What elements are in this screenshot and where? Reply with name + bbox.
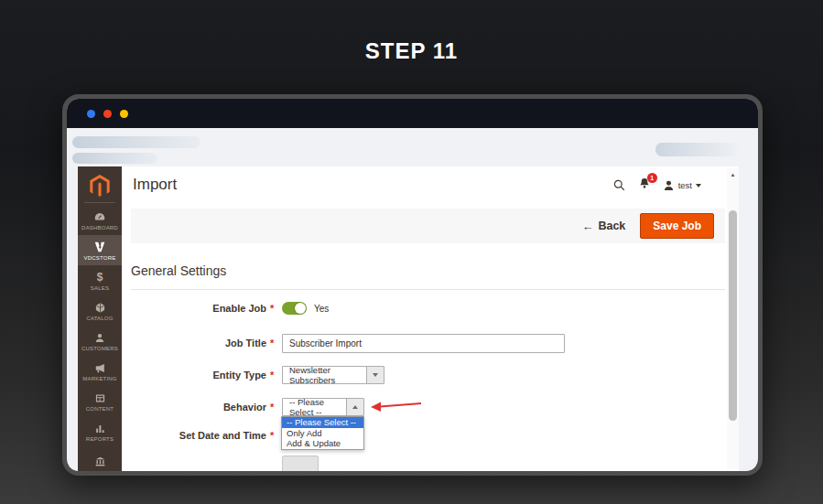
sidebar-item-label: SALES [91,285,109,291]
sidebar-item-label: VDCSTORE [84,255,116,261]
sidebar-item-label: DASHBOARD [81,225,118,231]
admin-scrollbar[interactable]: ▲ [727,168,739,469]
search-icon[interactable] [612,178,626,192]
window-control-yellow-icon[interactable] [120,110,128,118]
admin-header: Import 1 test [122,166,727,209]
page-title: Import [133,176,177,194]
sidebar-item-vdcstore[interactable]: VDCSTORE [78,235,122,265]
skeleton-bar-right [655,143,738,156]
set-datetime-row: Set Date and Time * [78,425,277,445]
user-name: test [678,180,692,190]
sidebar-item-dashboard[interactable]: DASHBOARD [78,205,122,235]
window-titlebar [67,99,758,128]
behavior-value: -- Please Select -- [283,399,346,415]
entity-type-row: Entity Type * Newsletter Subscribers [78,365,384,385]
behavior-label: Behavior [78,402,266,413]
enable-job-row: Enable Job * Yes [78,298,329,318]
skeleton-bar-top [72,136,200,148]
window-control-red-icon[interactable] [103,110,112,118]
chevron-down-icon [373,373,378,377]
notification-badge: 1 [647,173,657,183]
sidebar-item-sales[interactable]: $ SALES [78,265,122,295]
sidebar-item-stores[interactable] [78,446,122,471]
section-divider [131,289,725,290]
stores-icon [94,455,106,468]
browser-window: DASHBOARD VDCSTORE $ SALES CATALOG [62,94,763,476]
toggle-knob [295,303,306,314]
page-actions-toolbar: ← Back Save Job [131,209,725,243]
enable-job-value: Yes [314,304,329,314]
job-title-row: Job Title * [78,333,565,353]
entity-type-select[interactable]: Newsletter Subscribers [282,366,384,384]
behavior-dropdown-list: -- Please Select -- Only Add Add & Updat… [281,416,364,450]
account-menu[interactable]: test [663,179,701,192]
back-label: Back [598,220,625,232]
user-icon [663,179,675,192]
back-button[interactable]: ← Back [581,220,625,233]
enable-job-toggle[interactable] [282,302,307,315]
behavior-option-please-select[interactable]: -- Please Select -- [282,417,363,428]
notifications-button[interactable]: 1 [638,177,651,194]
scrollbar-thumb[interactable] [729,210,737,421]
job-title-label: Job Title [78,338,266,349]
magento-admin-screenshot: DASHBOARD VDCSTORE $ SALES CATALOG [78,166,739,471]
step-title: STEP 11 [0,38,823,64]
required-marker: * [270,338,277,349]
set-datetime-label: Set Date and Time [78,430,266,441]
annotation-arrow-icon [369,400,424,413]
set-datetime-toggle-partial[interactable] [282,456,319,471]
job-title-input[interactable] [282,334,565,353]
skeleton-bar-sub [72,153,157,164]
behavior-dropdown-button[interactable] [346,399,363,415]
back-arrow-icon: ← [581,220,593,233]
magento-logo-icon[interactable] [78,166,122,199]
entity-type-value: Newsletter Subscribers [283,367,366,383]
scrollbar-up-arrow-icon[interactable]: ▲ [727,168,739,177]
required-marker: * [270,402,277,413]
chevron-down-icon [696,184,701,188]
required-marker: * [270,370,277,381]
section-title: General Settings [131,263,226,278]
required-marker: * [270,430,277,441]
chevron-up-icon [352,405,358,409]
sidebar-divider [84,202,115,203]
dashboard-icon [93,210,106,224]
vdcstore-icon [93,241,106,254]
required-marker: * [270,303,277,314]
behavior-select[interactable]: -- Please Select -- [282,398,364,416]
sales-icon: $ [97,271,103,284]
enable-job-label: Enable Job [78,303,266,314]
behavior-option-add-update[interactable]: Add & Update [282,438,363,449]
entity-type-label: Entity Type [78,370,266,381]
entity-type-dropdown-button[interactable] [366,367,384,383]
save-job-button[interactable]: Save Job [640,213,714,239]
behavior-option-only-add[interactable]: Only Add [282,428,363,439]
window-control-blue-icon[interactable] [87,110,95,118]
behavior-row: Behavior * -- Please Select -- [78,397,364,417]
